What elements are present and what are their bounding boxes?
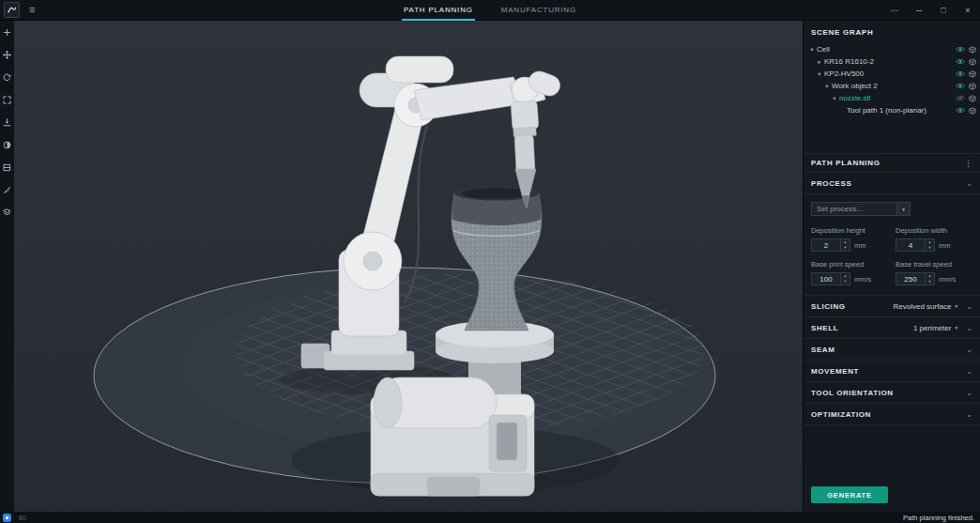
cube-icon[interactable] <box>969 107 976 115</box>
stepper-down-icon[interactable]: ▾ <box>841 245 850 251</box>
shell-select[interactable]: 1 perimeter ▼ <box>913 324 958 332</box>
positioner-machine[interactable] <box>371 377 534 496</box>
tree-item-label: KP2-HV500 <box>824 69 864 78</box>
field-deposition-width: Deposition width ▴▾ mm <box>896 218 972 252</box>
section-process[interactable]: PROCESS ⌄ <box>804 173 980 194</box>
cube-icon[interactable] <box>969 95 976 102</box>
section-title: SHELL <box>811 324 838 332</box>
field-base-print-speed: Base print speed ▴▾ mm/s <box>811 252 888 285</box>
dropdown-caret-icon: ▼ <box>954 325 958 331</box>
tab-path-planning[interactable]: PATH PLANNING <box>402 0 475 21</box>
base-travel-speed-input[interactable]: ▴▾ <box>896 272 935 285</box>
path-planning-title: PATH PLANNING <box>811 159 880 167</box>
drop-to-floor-button[interactable] <box>2 117 12 127</box>
stepper: ▴▾ <box>840 239 850 251</box>
section-title: PROCESS <box>811 179 851 188</box>
layers-button[interactable] <box>2 208 12 217</box>
tree-row-actions <box>956 83 976 90</box>
eye-icon[interactable] <box>956 107 965 114</box>
chevron-down-icon[interactable]: ⌄ <box>966 179 972 188</box>
tree-item-cell[interactable]: ▾ Cell <box>804 43 980 55</box>
chevron-down-icon[interactable]: ⌄ <box>966 389 972 397</box>
eye-icon[interactable] <box>956 46 965 53</box>
rotate-icon <box>3 73 11 82</box>
field-label: Base print speed <box>811 260 888 269</box>
deposition-width-value[interactable] <box>896 239 925 251</box>
process-select[interactable]: Set process... ▼ <box>811 202 911 216</box>
kebab-menu-icon[interactable]: ⋮ <box>964 159 972 168</box>
viewport-toolbar <box>0 21 14 512</box>
base-travel-speed-value[interactable] <box>896 273 925 285</box>
chevron-down-icon[interactable]: ⌄ <box>966 367 972 376</box>
dropdown-caret-icon[interactable]: ▼ <box>896 203 910 215</box>
measure-button[interactable] <box>2 185 12 194</box>
section-optimization[interactable]: OPTIMIZATION ⌄ <box>804 404 980 425</box>
chevron-down-icon[interactable]: ⌄ <box>966 324 972 332</box>
unit-label: mm <box>854 241 866 250</box>
base-print-speed-value[interactable] <box>812 273 840 285</box>
section-seam[interactable]: SEAM ⌄ <box>804 339 980 361</box>
status-message: Path planning finished. <box>903 514 974 522</box>
stepper-down-icon[interactable]: ▾ <box>926 245 934 251</box>
fit-view-button[interactable] <box>2 95 12 104</box>
chevron-down-icon[interactable]: ⌄ <box>966 346 972 354</box>
add-button[interactable] <box>2 27 12 37</box>
eye-icon[interactable] <box>956 58 965 65</box>
tree-item-label: Tool path 1 (non-planar) <box>847 106 926 115</box>
layers-icon <box>3 208 11 217</box>
deposition-height-value[interactable] <box>812 239 840 251</box>
cube-icon[interactable] <box>969 58 976 66</box>
section-title: SLICING <box>811 302 846 311</box>
more-options-icon[interactable]: ⋯ <box>882 0 907 20</box>
chevron-down-icon[interactable]: ⌄ <box>966 302 972 311</box>
tree-row-actions <box>956 107 976 115</box>
chat-icon[interactable] <box>3 514 11 522</box>
caret-down-icon[interactable]: ▾ <box>816 70 823 78</box>
cube-icon[interactable] <box>969 83 976 90</box>
menu-icon[interactable]: ≡ <box>29 5 35 15</box>
deposition-height-input[interactable]: ▴▾ <box>811 238 850 252</box>
section-shell[interactable]: SHELL 1 perimeter ▼ ⌄ <box>804 317 980 339</box>
section-movement[interactable]: MOVEMENT ⌄ <box>804 361 980 382</box>
deposition-width-input[interactable]: ▴▾ <box>896 238 935 252</box>
tree-item-tool-path[interactable]: Tool path 1 (non-planar) <box>804 104 980 116</box>
viewport-3d[interactable] <box>14 21 803 512</box>
stepper-down-icon[interactable]: ▾ <box>841 279 850 285</box>
field-deposition-height: Deposition height ▴▾ mm <box>811 218 888 252</box>
section-tool-orientation[interactable]: TOOL ORIENTATION ⌄ <box>804 382 980 404</box>
unit-label: mm/s <box>854 275 871 284</box>
tree-item-kr16[interactable]: ▸ KR16 R1610-2 <box>804 55 980 68</box>
stepper-down-icon[interactable]: ▾ <box>926 279 934 285</box>
tree-item-work-object[interactable]: ▾ Work object 2 <box>804 80 980 92</box>
section-slicing[interactable]: SLICING Revolved surface ▼ ⌄ <box>804 296 980 317</box>
shading-button[interactable] <box>2 140 12 149</box>
generate-button[interactable]: GENERATE <box>811 486 888 503</box>
rotate-tool-button[interactable] <box>2 72 12 82</box>
scene-graph-panel: SCENE GRAPH ▾ Cell ▸ KR16 R1610-2 ▾ KP2-… <box>804 21 980 153</box>
tab-manufacturing[interactable]: MANUFACTURING <box>499 0 578 21</box>
slicing-mode-select[interactable]: Revolved surface ▼ <box>894 302 959 311</box>
chevron-down-icon[interactable]: ⌄ <box>966 410 972 419</box>
caret-down-icon[interactable]: ▾ <box>831 95 838 102</box>
maximize-icon[interactable]: □ <box>931 0 956 20</box>
minimize-icon[interactable]: ─ <box>907 0 931 20</box>
caret-right-icon[interactable]: ▸ <box>816 58 823 66</box>
eye-icon[interactable] <box>956 83 965 89</box>
tree-item-kp2[interactable]: ▾ KP2-HV500 <box>804 68 980 80</box>
caret-down-icon[interactable]: ▾ <box>808 46 816 54</box>
status-bar: 60 Path planning finished. <box>0 512 980 523</box>
tree-item-label: KR16 R1610-2 <box>824 57 874 66</box>
app-logo <box>4 2 20 18</box>
cube-icon[interactable] <box>969 46 976 54</box>
base-print-speed-input[interactable]: ▴▾ <box>811 272 850 285</box>
close-icon[interactable]: × <box>956 0 980 20</box>
section-box-button[interactable] <box>2 162 12 172</box>
move-tool-button[interactable] <box>2 50 12 59</box>
eye-off-icon[interactable] <box>956 95 965 101</box>
cube-icon[interactable] <box>969 70 976 78</box>
caret-down-icon[interactable]: ▾ <box>823 83 831 90</box>
tree-row-actions <box>956 95 976 102</box>
tree-item-nozzle-stl[interactable]: ▾ nozzle.stl <box>804 92 980 104</box>
eye-icon[interactable] <box>956 70 965 77</box>
plus-icon <box>3 28 11 37</box>
